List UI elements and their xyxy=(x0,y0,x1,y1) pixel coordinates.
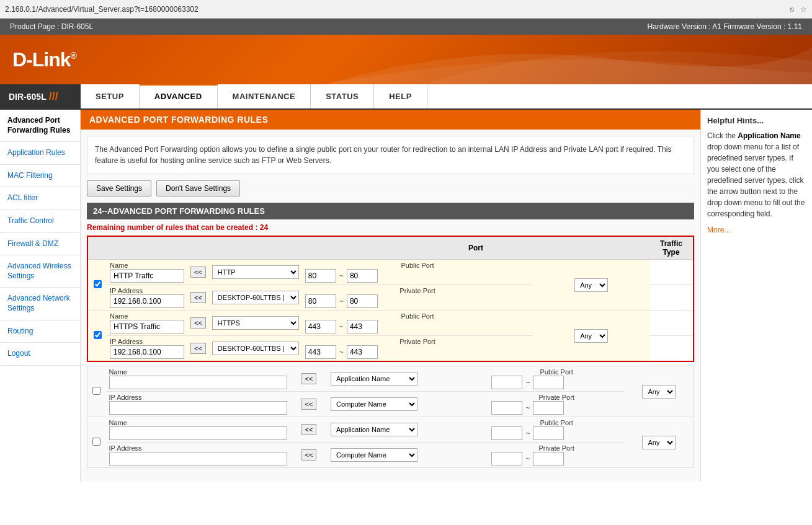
browser-icons: ⎋ ☆ xyxy=(790,5,807,14)
rule2-private-port-cell: Private Port ~ xyxy=(302,336,533,361)
sidebar-item-firewall-dmz[interactable]: Firewall & DMZ xyxy=(0,233,80,256)
rule2-name-label: Name xyxy=(110,312,184,320)
rule4-app-select[interactable]: Application Name HTTP HTTPS xyxy=(331,423,417,436)
rule1-private-from[interactable] xyxy=(305,294,336,308)
rule2-private-from[interactable] xyxy=(305,345,336,359)
help-text1: Click the xyxy=(707,131,738,140)
firmware-info: Hardware Version : A1 Firmware Version :… xyxy=(648,22,802,31)
sidebar-item-port-forwarding[interactable]: Advanced Port Forwarding Rules xyxy=(0,110,80,142)
sidebar-item-advanced-wireless[interactable]: Advanced Wireless Settings xyxy=(0,255,80,288)
rule2-enabled-checkbox[interactable] xyxy=(94,331,102,339)
sidebar-item-mac-filtering[interactable]: MAC Filtering xyxy=(0,165,80,188)
rule1-computer-cell: DESKTOP-60LTTBS | Computer Name xyxy=(209,285,302,311)
rule3-traffic-select[interactable]: Any TCP UDP xyxy=(642,385,676,399)
sidebar-item-traffic-control[interactable]: Traffic Control xyxy=(0,210,80,233)
rule2-public-to[interactable] xyxy=(347,320,378,333)
rule1-ip-input[interactable] xyxy=(110,294,184,308)
rule3-tilde1: ~ xyxy=(524,378,532,387)
rule4-computer-select[interactable]: Computer Name DESKTOP-60LTTBS | xyxy=(331,448,417,462)
rule2-arrow1-btn[interactable]: << xyxy=(190,317,206,329)
tab-setup[interactable]: SETUP xyxy=(81,84,140,108)
rule2-computer-select[interactable]: DESKTOP-60LTTBS | Computer Name xyxy=(212,342,299,355)
sidebar-item-logout[interactable]: Logout xyxy=(0,343,80,366)
rule4-name-input[interactable] xyxy=(109,426,287,440)
nav-brand: DIR-605L /// xyxy=(0,84,81,108)
rule4-public-to[interactable] xyxy=(533,426,564,440)
rule4-ip-cell: IP Address xyxy=(106,443,290,468)
rule1-public-from[interactable] xyxy=(305,269,336,283)
brand-label: DIR-605L xyxy=(9,92,47,102)
rule4-private-to[interactable] xyxy=(533,452,564,465)
rule3-ip-input[interactable] xyxy=(109,401,287,415)
rule1-ip-label: IP Address xyxy=(110,287,184,294)
rule2-private-to[interactable] xyxy=(347,345,378,359)
rule4-app-cell: Application Name HTTP HTTPS xyxy=(328,417,488,443)
browser-bar: 2.168.0.1/Advanced/Virtual_Server.asp?t=… xyxy=(0,0,812,19)
rule2-name-cell: Name xyxy=(107,311,187,336)
rule4-enabled-checkbox[interactable] xyxy=(92,438,100,446)
sidebar-item-application-rules[interactable]: Application Rules xyxy=(0,142,80,165)
rule4-ip-input[interactable] xyxy=(109,452,287,465)
col-port: Port xyxy=(302,237,649,260)
rule2-traffic-select[interactable]: Any TCP UDP xyxy=(574,329,608,343)
rule3-public-port-cell: Public Port ~ xyxy=(488,366,625,392)
logo-area: D-Link® xyxy=(0,35,812,84)
rule1-public-to[interactable] xyxy=(347,269,378,283)
rule4-arrow1-btn[interactable]: << xyxy=(301,424,317,435)
rule3-private-to[interactable] xyxy=(533,401,564,415)
rule3-private-label: Private Port xyxy=(491,394,622,401)
main-content: ADVANCED PORT FORWARDING RULES The Advan… xyxy=(81,110,700,482)
dont-save-button[interactable]: Don't Save Settings xyxy=(156,180,240,196)
tab-status[interactable]: STATUS xyxy=(311,84,374,108)
rule3-tilde2: ~ xyxy=(524,404,532,412)
rule3-app-select[interactable]: Application Name HTTP HTTPS xyxy=(331,372,417,386)
rule1-app-select[interactable]: HTTP HTTPS FTP Application Name xyxy=(212,265,299,279)
rule3-computer-cell: Computer Name DESKTOP-60LTTBS | xyxy=(328,392,488,417)
col-arrow1 xyxy=(187,237,209,260)
sidebar-item-acl-filter[interactable]: ACL filter xyxy=(0,187,80,210)
rule2-arrow2-btn[interactable]: << xyxy=(190,343,206,354)
description-text: The Advanced Port Forwarding option allo… xyxy=(95,144,686,166)
rule1-arrow2-btn[interactable]: << xyxy=(190,292,206,303)
sidebar-item-advanced-network[interactable]: Advanced Network Settings xyxy=(0,288,80,320)
rule3-arrow1-cell: << xyxy=(290,366,328,392)
rule2-app-select[interactable]: HTTPS HTTP FTP Application Name xyxy=(212,316,299,330)
rule3-private-from[interactable] xyxy=(491,401,522,415)
share-icon[interactable]: ⎋ xyxy=(790,5,794,14)
rule1-private-label: Private Port xyxy=(305,287,530,294)
rule4-arrow2-btn[interactable]: << xyxy=(301,449,317,461)
rule1-arrow-btn[interactable]: << xyxy=(190,267,206,278)
rule1-enabled-checkbox[interactable] xyxy=(94,280,102,288)
rule1-computer-select[interactable]: DESKTOP-60LTTBS | Computer Name xyxy=(212,291,299,304)
rule3-computer-select[interactable]: Computer Name DESKTOP-60LTTBS | xyxy=(331,397,417,411)
tab-maintenance[interactable]: MAINTENANCE xyxy=(218,84,311,108)
rule2-tilde1: ~ xyxy=(337,322,346,331)
rule4-private-from[interactable] xyxy=(491,452,522,465)
help-bold1: Application Name xyxy=(738,131,800,140)
rule4-traffic-select[interactable]: Any TCP UDP xyxy=(642,436,676,449)
help-more-link[interactable]: More... xyxy=(707,226,806,234)
rule1-traffic-select[interactable]: Any TCP UDP xyxy=(574,278,608,292)
section-header: ADVANCED PORT FORWARDING RULES xyxy=(81,110,700,130)
rule2-ip-label: IP Address xyxy=(110,338,184,345)
rule2-ip-input[interactable] xyxy=(110,345,184,359)
star-icon[interactable]: ☆ xyxy=(800,5,807,14)
rule4-public-from[interactable] xyxy=(491,426,522,440)
empty-rules-table: Name << Application Name HTTP HTTPS xyxy=(87,366,694,468)
rule1-private-port-cell: Private Port ~ xyxy=(302,285,533,311)
rules-section: 24--ADVANCED PORT FORWARDING RULES Remai… xyxy=(87,203,694,468)
tab-help[interactable]: HELP xyxy=(374,84,427,108)
rule1-name-input[interactable] xyxy=(110,269,184,283)
rule3-arrow1-btn[interactable]: << xyxy=(301,373,317,384)
rule3-arrow2-btn[interactable]: << xyxy=(301,399,317,410)
tab-advanced[interactable]: ADVANCED xyxy=(140,84,218,108)
rule3-public-to[interactable] xyxy=(533,376,564,389)
rule3-public-from[interactable] xyxy=(491,376,522,389)
rule3-enabled-checkbox[interactable] xyxy=(92,387,100,395)
rule2-name-input[interactable] xyxy=(110,320,184,333)
rule3-name-input[interactable] xyxy=(109,376,287,389)
sidebar-item-routing[interactable]: Routing xyxy=(0,320,80,343)
save-settings-button[interactable]: Save Settings xyxy=(87,180,151,196)
rule2-public-from[interactable] xyxy=(305,320,336,333)
rule1-private-to[interactable] xyxy=(347,294,378,308)
